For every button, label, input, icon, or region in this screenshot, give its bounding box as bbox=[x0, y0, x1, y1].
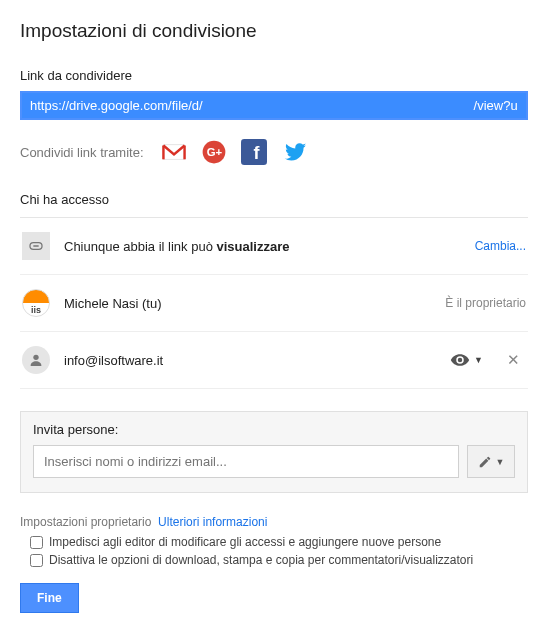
twitter-icon[interactable] bbox=[280, 138, 308, 166]
invite-label: Invita persone: bbox=[33, 422, 515, 437]
change-link-access[interactable]: Cambia... bbox=[475, 239, 526, 253]
avatar: iis bbox=[22, 289, 50, 317]
disable-download-label: Disattiva le opzioni di download, stampa… bbox=[49, 553, 473, 567]
owner-settings-label: Impostazioni proprietario bbox=[20, 515, 151, 529]
owner-name: Michele Nasi (tu) bbox=[64, 296, 431, 311]
gmail-icon[interactable] bbox=[160, 138, 188, 166]
prevent-editors-checkbox[interactable] bbox=[30, 536, 43, 549]
remove-user-button[interactable]: ✕ bbox=[501, 351, 526, 369]
prevent-editors-label: Impedisci agli editor di modificare gli … bbox=[49, 535, 441, 549]
learn-more-link[interactable]: Ulteriori informazioni bbox=[158, 515, 267, 529]
invite-permission-button[interactable]: ▼ bbox=[467, 445, 515, 478]
access-row-anyone: Chiunque abbia il link può visualizzare … bbox=[20, 218, 528, 275]
dialog-title: Impostazioni di condivisione bbox=[20, 20, 528, 42]
pencil-icon bbox=[478, 455, 492, 469]
access-anyone-text: Chiunque abbia il link può visualizzare bbox=[64, 239, 461, 254]
person-icon bbox=[22, 346, 50, 374]
access-heading: Chi ha accesso bbox=[20, 192, 528, 218]
facebook-icon[interactable]: f bbox=[240, 138, 268, 166]
permission-dropdown[interactable]: ▼ bbox=[450, 350, 483, 370]
invite-input[interactable] bbox=[33, 445, 459, 478]
svg-point-7 bbox=[33, 355, 38, 360]
done-button[interactable]: Fine bbox=[20, 583, 79, 613]
disable-download-checkbox[interactable] bbox=[30, 554, 43, 567]
link-icon bbox=[22, 232, 50, 260]
chevron-down-icon: ▼ bbox=[496, 457, 505, 467]
user-email: info@ilsoftware.it bbox=[64, 353, 436, 368]
eye-icon bbox=[450, 350, 470, 370]
access-row-owner: iis Michele Nasi (tu) È il proprietario bbox=[20, 275, 528, 332]
access-row-user: info@ilsoftware.it ▼ ✕ bbox=[20, 332, 528, 389]
link-label: Link da condividere bbox=[20, 68, 528, 83]
share-via-label: Condividi link tramite: bbox=[20, 145, 144, 160]
share-link-input[interactable] bbox=[20, 91, 528, 120]
svg-text:G+: G+ bbox=[206, 146, 222, 158]
svg-text:f: f bbox=[253, 143, 259, 163]
invite-section: Invita persone: ▼ bbox=[20, 411, 528, 493]
google-plus-icon[interactable]: G+ bbox=[200, 138, 228, 166]
chevron-down-icon: ▼ bbox=[474, 355, 483, 365]
owner-role: È il proprietario bbox=[445, 296, 526, 310]
